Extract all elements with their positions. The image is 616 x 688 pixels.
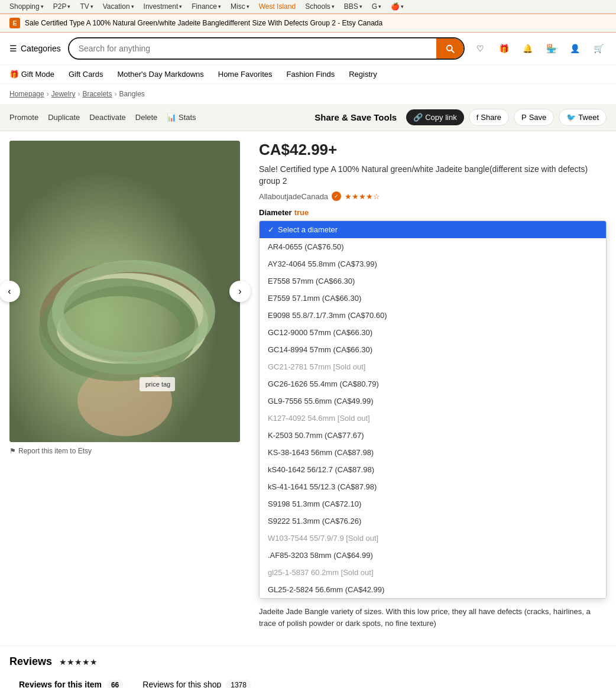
facebook-share-button[interactable]: f Share <box>469 109 509 126</box>
dropdown-item-12[interactable]: KS-38-1643 56mm (CA$87.98) <box>260 444 606 461</box>
dropdown-item-8[interactable]: GC26-1626 55.4mm (CA$80.79) <box>260 375 606 392</box>
duplicate-button[interactable]: Duplicate <box>48 113 80 122</box>
chevron-down-icon: ▾ <box>131 4 134 9</box>
search-button[interactable] <box>436 38 463 59</box>
reviews-overall-stars: ★★★★★ <box>59 657 98 667</box>
account-icon[interactable]: 👤 <box>566 40 583 57</box>
dropdown-item-14[interactable]: kS-41-1641 55/12.3 (CA$87.98) <box>260 478 606 495</box>
nav-mothers-day[interactable]: Mother's Day Markdowns <box>118 70 204 79</box>
dropdown-item-0[interactable]: AR4-0655 (CA$76.50) <box>260 238 606 255</box>
tab-reviews-for-shop[interactable]: Reviews for this shop 1378 <box>133 675 261 688</box>
breadcrumb-homepage[interactable]: Homepage <box>9 90 44 98</box>
sale-banner-text: Sale Certified Type A 100% Natural Green… <box>25 19 382 27</box>
dropdown-item-11[interactable]: K-2503 50.7mm (CA$77.67) <box>260 427 606 444</box>
pinterest-save-button[interactable]: P Save <box>514 109 554 126</box>
dropdown-item-2[interactable]: E7558 57mm (CA$66.30) <box>260 272 606 290</box>
copy-link-button[interactable]: 🔗 Copy link <box>406 109 463 125</box>
image-next-button[interactable]: › <box>229 281 251 302</box>
dropdown-item-18[interactable]: .AF85-3203 58mm (CA$64.99) <box>260 547 606 564</box>
required-indicator: true <box>294 208 309 217</box>
breadcrumb-jewelry[interactable]: Jewelry <box>51 90 76 98</box>
nav-item-g[interactable]: G ▾ <box>372 2 381 11</box>
pinterest-icon: P <box>521 113 527 122</box>
promote-button[interactable]: Promote <box>9 113 38 122</box>
dropdown-item-13[interactable]: kS40-1642 56/12.7 (CA$87.98) <box>260 461 606 478</box>
dropdown-item-1[interactable]: AY32-4064 55.8mm (CA$73.99) <box>260 255 606 272</box>
share-tools: Share & Save Tools 🔗 Copy link f Share P… <box>315 109 607 126</box>
shop-icon[interactable]: 🏪 <box>543 40 559 57</box>
diameter-dropdown[interactable]: ✓ Select a diameter AR4-0655 (CA$76.50) … <box>259 220 607 599</box>
delete-button[interactable]: Delete <box>135 113 158 122</box>
search-input-wrap <box>68 37 465 60</box>
dropdown-item-15[interactable]: S9198 51.3mm (CA$72.10) <box>260 495 606 512</box>
chevron-down-icon: ▾ <box>67 4 70 9</box>
nav-item-finance[interactable]: Finance ▾ <box>192 2 221 11</box>
checkmark-icon: ✓ <box>268 225 274 234</box>
nav-item-p2p[interactable]: P2P ▾ <box>53 2 71 11</box>
seller-info: AllaboutjadeCanada ✓ ★★★★☆ <box>259 192 607 201</box>
nav-item-bbs[interactable]: BBS ▾ <box>344 2 362 11</box>
stats-button[interactable]: 📊 Stats <box>167 113 196 122</box>
dropdown-item-7[interactable]: GC21-2781 57mm [Sold out] <box>260 358 606 375</box>
main-content: ‹ <box>0 131 616 645</box>
dropdown-item-6[interactable]: GC14-8994 57mm (CA$66.30) <box>260 341 606 358</box>
nav-item-apple[interactable]: 🍎 ▾ <box>391 2 404 11</box>
dropdown-item-select-prompt[interactable]: ✓ Select a diameter <box>260 221 606 238</box>
etsy-logo-icon: E <box>9 18 20 28</box>
dropdown-item-17[interactable]: W103-7544 55/7.9/7.9 [Sold out] <box>260 530 606 547</box>
nav-fashion-finds[interactable]: Fashion Finds <box>287 70 335 79</box>
nav-gift-cards[interactable]: Gift Cards <box>69 70 103 79</box>
deactivate-button[interactable]: Deactivate <box>89 113 125 122</box>
dropdown-item-5[interactable]: GC12-9000 57mm (CA$66.30) <box>260 324 606 341</box>
listing-tools: Promote Duplicate Deactivate Delete 📊 St… <box>9 113 196 122</box>
dropdown-item-4[interactable]: E9098 55.8/7.1/7.3mm (CA$70.60) <box>260 307 606 324</box>
tab-reviews-for-item[interactable]: Reviews for this item 66 <box>9 675 133 688</box>
product-image-svg: price tag <box>9 141 240 442</box>
cart-icon[interactable]: 🛒 <box>590 40 607 57</box>
gift-icon[interactable]: 🎁 <box>495 40 512 57</box>
seller-name[interactable]: AllaboutjadeCanada <box>259 192 328 201</box>
dropdown-item-10[interactable]: K127-4092 54.6mm [Sold out] <box>260 410 606 427</box>
nav-gift-mode[interactable]: 🎁 Gift Mode <box>9 70 54 79</box>
chevron-down-icon: ▾ <box>41 4 44 9</box>
dropdown-item-9[interactable]: GL9-7556 55.6mm (CA$49.99) <box>260 392 606 410</box>
chevron-down-icon: ▾ <box>179 4 182 9</box>
reviews-tabs: Reviews for this item 66 Reviews for thi… <box>9 675 607 688</box>
twitter-icon: 🐦 <box>566 113 576 122</box>
nav-registry[interactable]: Registry <box>349 70 377 79</box>
dropdown-item-3[interactable]: E7559 57.1mm (CA$66.30) <box>260 290 606 307</box>
dropdown-item-20[interactable]: GL25-2-5824 56.6mm (CA$42.99) <box>260 581 606 598</box>
dropdown-item-19[interactable]: gl25-1-5837 60.2mm [Sold out] <box>260 564 606 581</box>
top-navigation: Shopping ▾ P2P ▾ TV ▾ Vacation ▾ Investm… <box>0 0 616 14</box>
secondary-navigation: 🎁 Gift Mode Gift Cards Mother's Day Mark… <box>0 65 616 84</box>
twitter-tweet-button[interactable]: 🐦 Tweet <box>559 109 607 126</box>
chevron-down-icon: ▾ <box>90 4 93 9</box>
reviews-title: Reviews <box>9 655 52 668</box>
categories-label: Categories <box>21 44 61 53</box>
nav-item-west-island[interactable]: West Island <box>259 2 296 11</box>
nav-item-tv[interactable]: TV ▾ <box>80 2 93 11</box>
breadcrumb-bracelets[interactable]: Bracelets <box>82 90 112 98</box>
nav-item-schools[interactable]: Schools ▾ <box>305 2 335 11</box>
breadcrumb: Homepage › Jewelry › Bracelets › Bangles <box>0 84 616 104</box>
nav-home-favorites[interactable]: Home Favorites <box>218 70 273 79</box>
categories-button[interactable]: ☰ Categories <box>9 44 61 53</box>
search-input[interactable] <box>69 39 436 58</box>
tools-bar: Promote Duplicate Deactivate Delete 📊 St… <box>0 104 616 131</box>
dropdown-item-16[interactable]: S9222 51.3mm (CA$76.26) <box>260 512 606 530</box>
search-icon <box>445 43 455 54</box>
favorites-icon[interactable]: ♡ <box>472 40 488 57</box>
product-description: Jadeite Jade Bangle variety of sizes. Wi… <box>259 599 607 636</box>
chevron-down-icon: ▾ <box>401 4 404 9</box>
nav-item-misc[interactable]: Misc ▾ <box>231 2 249 11</box>
report-link[interactable]: ⚑ Report this item to Etsy <box>9 447 240 455</box>
product-info: CA$42.99+ Sale! Certified type A 100% Na… <box>240 141 607 636</box>
svg-text:price tag: price tag <box>145 381 170 388</box>
notification-icon[interactable]: 🔔 <box>519 40 536 57</box>
nav-item-vacation[interactable]: Vacation ▾ <box>103 2 134 11</box>
nav-item-investment[interactable]: Investment ▾ <box>144 2 183 11</box>
product-image-wrap: ‹ <box>9 141 240 636</box>
nav-item-shopping[interactable]: Shopping ▾ <box>9 2 44 11</box>
reviews-section: Reviews ★★★★★ Reviews for this item 66 R… <box>0 645 616 688</box>
product-title: Sale! Certified type A 100% Natural gree… <box>259 164 607 187</box>
